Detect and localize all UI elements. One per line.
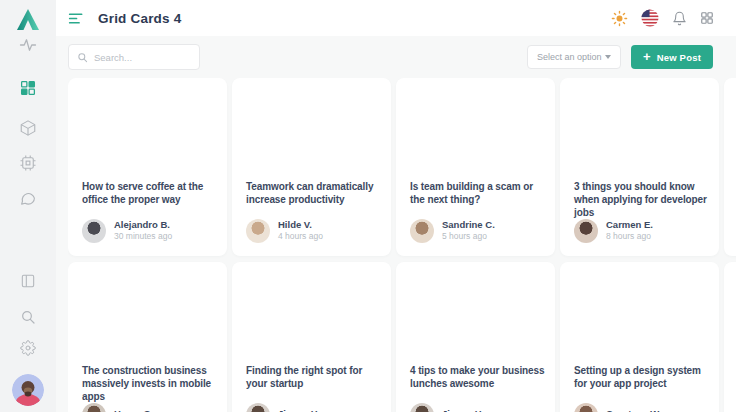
user-avatar-image [12,374,44,406]
hamburger-icon [68,10,85,27]
post-card[interactable]: Is team building a scam or the next thin… [396,78,555,256]
page-title: Grid Cards 4 [98,11,181,26]
author-name: Alejandro B. [114,220,172,231]
filter-select[interactable]: Select an option [527,45,621,69]
post-title: Is team building a scam or the next thin… [410,180,548,206]
post-author-row: Carmen E. 8 hours ago [574,219,713,243]
reader-panel-icon [20,273,36,289]
sidebar-item-cpu[interactable] [19,154,37,172]
new-post-label: New Post [657,52,701,63]
cpu-icon [19,154,37,172]
cards-grid: How to serve coffee at the office the pr… [68,78,736,412]
user-avatar[interactable] [12,374,44,406]
post-card-partial[interactable] [724,78,736,256]
post-timestamp: 4 hours ago [278,232,323,242]
new-post-button[interactable]: + New Post [631,45,713,69]
post-author-row: Hilde V. 4 hours ago [246,219,385,243]
post-card-partial[interactable] [724,262,736,412]
author-meta: Alejandro B. 30 minutes ago [114,220,172,242]
author-avatar [574,219,598,243]
header-actions [611,9,714,27]
post-card[interactable]: Teamwork can dramatically increase produ… [232,78,391,256]
post-timestamp: 30 minutes ago [114,232,172,242]
post-author-row: Courtney W. [574,403,713,412]
search-icon [77,52,88,63]
author-meta: Sandrine C. 5 hours ago [442,220,495,242]
gear-icon [20,340,36,356]
sidebar-item-search[interactable] [20,309,36,325]
sidebar-item-reader[interactable] [20,273,36,289]
post-title: Setting up a design system for your app … [574,364,712,390]
author-avatar [410,403,434,412]
post-author-row: Jimmy H. [246,403,385,412]
sidebar [0,0,56,412]
author-avatar [82,403,106,412]
author-avatar [246,403,270,412]
post-author-row: Jimmy H. [410,403,549,412]
post-card[interactable]: The construction business massively inve… [68,262,227,412]
search-icon [20,309,36,325]
sidebar-item-activity[interactable] [19,36,37,54]
language-flag-icon[interactable] [641,9,659,27]
post-author-row: Alejandro B. 30 minutes ago [82,219,221,243]
search-box[interactable] [68,44,200,70]
theme-sun-icon[interactable] [611,10,628,27]
plus-icon: + [643,50,651,63]
app-logo-icon[interactable] [14,6,42,34]
author-name: Hilde V. [278,220,323,231]
author-name: Carmen E. [606,220,653,231]
author-avatar [82,219,106,243]
toolbar-right: Select an option + New Post [527,45,713,69]
post-card[interactable]: How to serve coffee at the office the pr… [68,78,227,256]
box-icon [19,119,37,137]
filter-select-value: Select an option [537,52,602,62]
header: Grid Cards 4 [56,0,736,36]
author-name: Sandrine C. [442,220,495,231]
sidebar-item-box[interactable] [19,119,37,137]
activity-icon [19,36,37,54]
post-timestamp: 8 hours ago [606,232,653,242]
post-title: The construction business massively inve… [82,364,220,403]
grid-icon [19,79,37,97]
post-title: How to serve coffee at the office the pr… [82,180,220,206]
sidebar-item-grid-cards[interactable] [19,79,37,97]
chat-bubble-icon [20,190,37,207]
sidebar-item-chat[interactable] [20,190,37,207]
menu-toggle-button[interactable] [68,10,85,27]
sidebar-item-settings[interactable] [20,340,36,356]
author-avatar [246,219,270,243]
post-card[interactable]: Setting up a design system for your app … [560,262,719,412]
search-input[interactable] [94,52,191,63]
post-card[interactable]: Finding the right spot for your startup … [232,262,391,412]
notifications-bell-icon[interactable] [672,11,687,26]
post-title: 3 things you should know when applying f… [574,180,712,219]
post-timestamp: 5 hours ago [442,232,495,242]
post-title: 4 tips to make your business lunches awe… [410,364,548,390]
post-card[interactable]: 4 tips to make your business lunches awe… [396,262,555,412]
author-meta: Carmen E. 8 hours ago [606,220,653,242]
post-title: Finding the right spot for your startup [246,364,384,390]
post-title: Teamwork can dramatically increase produ… [246,180,384,206]
author-meta: Hilde V. 4 hours ago [278,220,323,242]
author-avatar [574,403,598,412]
apps-grid-icon[interactable] [700,11,714,25]
author-avatar [410,219,434,243]
post-card[interactable]: 3 things you should know when applying f… [560,78,719,256]
chevron-down-icon [605,55,611,59]
post-author-row: Henry G. [82,403,221,412]
post-author-row: Sandrine C. 5 hours ago [410,219,549,243]
toolbar: Select an option + New Post [68,44,713,70]
